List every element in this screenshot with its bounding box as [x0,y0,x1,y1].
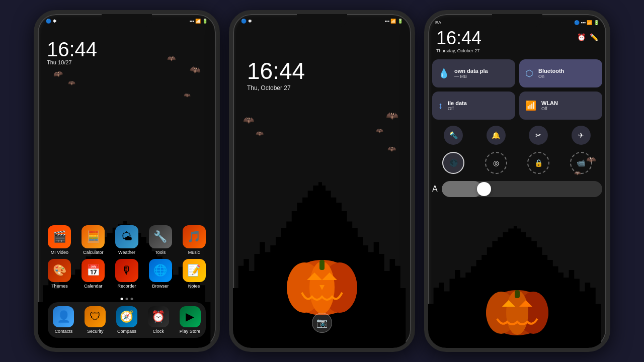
qs-data-tile[interactable]: 💧 own data pla — MB [432,59,515,87]
pumpkin-2 [272,227,372,318]
bat-l2: 🦇 [256,130,264,137]
bat-l4: 🦇 [376,127,383,134]
page-dot-2 [126,298,128,300]
pumpkin-3 [472,262,562,338]
brightness-slider[interactable] [442,181,602,197]
app-icon-playstore[interactable]: ▶ [180,306,201,327]
app-icon-browser[interactable]: 🌐 [149,259,172,282]
page-dot-1 [121,298,123,300]
rotation-btn[interactable]: 🔒 [527,152,549,174]
app-icon-notes[interactable]: 📝 [183,259,206,282]
app-calendar[interactable]: 📅 Calendar [78,259,108,289]
app-row-1: 🎬 MI Video 🧮 Calculator 🌤 Weather 🔧 Tool… [43,225,211,255]
qs-wlan-sub: Off [541,106,558,111]
camera-button[interactable]: 📷 [312,313,332,333]
app-music[interactable]: 🎵 Music [180,225,209,255]
app-notes[interactable]: 📝 Notes [180,259,209,289]
app-calculator[interactable]: 🧮 Calculator [78,225,108,255]
edit-icon[interactable]: ✏️ [590,33,598,41]
app-label-security: Security [87,329,104,334]
qs-wlan-title: WLAN [541,100,558,106]
app-compass[interactable]: 🧭 Compass [112,306,141,334]
bat-3: 🦇 [189,63,201,76]
qs-mobile-text: ile data Off [448,100,467,111]
app-icon-themes[interactable]: 🎨 [48,259,71,282]
status-bar-2: 🔵 ✱ ▪▪▪ 📶 🔋 [233,14,411,28]
ea-label: EA [435,20,441,25]
phone-homescreen: 🦇 🦇 🦇 🦇 🦇 🔵 ✱ ▪▪▪ 📶 🔋 16:44 Thu 10/27 🎬 … [34,10,220,352]
lockscreen-time: 16:44 Thu, October 27 [247,59,305,92]
app-recorder[interactable]: 🎙 Recorder [112,259,141,289]
mobile-data-icon: ↕ [438,101,443,111]
alarm-icon[interactable]: ⏰ [577,33,586,41]
bluetooth-icon: ⬡ [525,68,533,79]
app-row-2: 🎨 Themes 📅 Calendar 🎙 Recorder 🌐 Browser… [43,259,211,289]
wlan-icon: 📶 [525,100,536,111]
app-label-mivideo: MI Video [51,250,68,255]
app-icon-mivideo[interactable]: 🎬 [48,225,71,248]
app-tools[interactable]: 🔧 Tools [146,225,175,255]
status-bar: 🔵 ✱ ▪▪▪ 📶 🔋 [38,14,216,28]
app-contacts[interactable]: 👤 Contacts [49,306,78,334]
lockscreen-screen: 🔵 ✱ ▪▪▪ 📶 🔋 16:44 Thu, October 27 🦇 🦇 🦇 … [233,14,411,348]
flashlight-btn[interactable]: 🔦 [444,126,463,145]
page-dot-3 [131,298,133,300]
location-btn[interactable]: ◎ [485,152,507,174]
bell-btn[interactable]: 🔔 [487,126,506,145]
app-security[interactable]: 🛡 Security [80,306,110,334]
notif-date: Thursday, October 27 [436,48,481,53]
location-icon: ◎ [493,159,499,167]
qs-wlan-text: WLAN Off [541,100,558,111]
app-icon-calculator[interactable]: 🧮 [82,225,105,248]
app-icon-calendar[interactable]: 📅 [82,259,105,282]
quick-settings: 💧 own data pla — MB ⬡ Bluetooth On [432,59,602,199]
app-icon-compass[interactable]: 🧭 [116,306,137,327]
qs-data-title: own data pla [454,68,488,74]
app-label-contacts: Contacts [55,329,73,334]
brightness-fill [442,181,482,197]
app-label-weather: Weather [118,250,135,255]
data-icon: 💧 [438,68,449,79]
app-icon-security[interactable]: 🛡 [85,306,106,327]
app-icon-contacts[interactable]: 👤 [53,306,74,327]
app-label-compass: Compass [117,329,136,334]
app-clock[interactable]: ⏰ Clock [144,306,173,334]
svg-rect-12 [515,290,520,298]
app-themes[interactable]: 🎨 Themes [45,259,74,289]
video-btn[interactable]: 📹 [570,152,592,174]
qs-mobile-tile[interactable]: ↕ ile data Off [432,92,515,120]
app-browser[interactable]: 🌐 Browser [146,259,175,289]
darkmode-btn[interactable]: 🌑 [442,152,464,174]
qs-wlan-tile[interactable]: 📶 WLAN Off [519,92,602,120]
app-mivideo[interactable]: 🎬 MI Video [45,225,74,255]
qs-row-2: ↕ ile data Off 📶 WLAN Off [432,92,602,120]
app-icon-clock[interactable]: ⏰ [148,306,169,327]
brightness-handle[interactable] [477,182,491,196]
qs-mobile-title: ile data [448,100,467,106]
flashlight-icon: 🔦 [449,131,458,139]
bell-icon: 🔔 [492,131,500,139]
bat-l5: 🦇 [387,145,396,153]
qs-mobile-sub: Off [448,106,467,111]
lock-date: Thu, October 27 [247,84,305,92]
homescreen-screen: 🦇 🦇 🦇 🦇 🦇 🔵 ✱ ▪▪▪ 📶 🔋 16:44 Thu 10/27 🎬 … [38,14,216,348]
qs-bluetooth-tile[interactable]: ⬡ Bluetooth On [519,59,602,87]
app-weather[interactable]: 🌤 Weather [112,225,141,255]
app-icon-tools[interactable]: 🔧 [149,225,172,248]
qs-icon-row-1: 🔦 🔔 ✂ ✈ [432,124,602,147]
notif-time-block: 16:44 Thursday, October 27 [436,29,481,53]
app-playstore[interactable]: ▶ Play Store [176,306,205,334]
app-label-music: Music [188,250,200,255]
scissors-btn[interactable]: ✂ [529,126,548,145]
app-icon-music[interactable]: 🎵 [183,225,206,248]
app-label-clock: Clock [153,329,165,334]
qs-data-sub: — MB [454,74,488,79]
app-icon-weather[interactable]: 🌤 [115,225,138,248]
app-icon-recorder[interactable]: 🎙 [115,259,138,282]
time-display: 16:44 Thu 10/27 [47,39,97,65]
qs-data-text: own data pla — MB [454,68,488,79]
camera-icon: 📷 [316,317,328,328]
app-label-playstore: Play Store [180,329,201,334]
airplane-btn[interactable]: ✈ [572,126,591,145]
status-left: 🔵 ✱ [46,19,57,24]
